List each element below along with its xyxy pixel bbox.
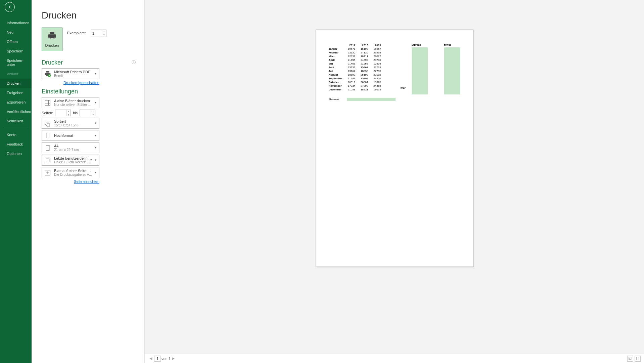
summe-col-highlight (412, 47, 428, 94)
print-what-sub: Nur die aktiven Blätter druc... (54, 103, 93, 107)
scaling-dropdown[interactable]: Blatt auf einer Seite darstellen Die Dru… (42, 167, 99, 178)
mwst-col-highlight (444, 47, 460, 94)
spin-up-icon[interactable]: ▲ (91, 110, 95, 113)
page-from-input[interactable] (55, 110, 66, 116)
collate-sub: 1;2;3 1;2;3 1;2;3 (54, 123, 93, 127)
preview-table: 201720182019Januar195711619016657Februar… (326, 43, 384, 91)
orientation-title: Hochformat (54, 133, 93, 137)
page-of-label: von 1 (162, 357, 171, 361)
spin-down-icon[interactable]: ▼ (91, 113, 95, 117)
sidebar-item-feedback[interactable]: Feedback (0, 139, 32, 149)
printer-properties-link[interactable]: Druckereigenschaften (42, 81, 99, 85)
scaling-title: Blatt auf einer Seite darstellen (54, 169, 93, 173)
pages-to-label: bis (73, 111, 78, 115)
show-margins-button[interactable] (627, 356, 633, 362)
chevron-down-icon: ▼ (94, 134, 97, 137)
chevron-down-icon: ▼ (94, 171, 97, 174)
paper-sub: 21 cm x 29,7 cm (54, 148, 93, 152)
spin-down-icon[interactable]: ▼ (66, 113, 71, 117)
portrait-icon (44, 132, 51, 139)
copies-label: Exemplare: (67, 31, 86, 35)
svg-rect-15 (630, 358, 631, 359)
sidebar-item-options[interactable]: Optionen (0, 149, 32, 158)
chevron-down-icon: ▼ (94, 146, 97, 149)
spin-up-icon[interactable]: ▲ (102, 30, 106, 33)
sidebar-item-new[interactable]: Neu (0, 28, 32, 37)
svg-rect-9 (46, 133, 49, 138)
chevron-down-icon: ▼ (94, 122, 97, 125)
printer-status: Bereit (54, 74, 93, 78)
paper-icon (44, 144, 51, 152)
svg-rect-1 (45, 100, 50, 105)
margins-icon (44, 157, 51, 164)
margins-title: Letzte benutzerdefinierte Sei... (54, 156, 93, 160)
page-to-input[interactable] (80, 110, 91, 116)
collate-icon (44, 120, 51, 127)
orientation-dropdown[interactable]: Hochformat ▼ (42, 130, 99, 141)
print-what-title: Aktive Blätter drucken (54, 99, 93, 103)
printer-dropdown[interactable]: Microsoft Print to PDF Bereit ▼ (42, 68, 99, 79)
zoom-to-page-button[interactable] (635, 356, 641, 362)
copies-input[interactable] (91, 30, 102, 37)
spin-down-icon[interactable]: ▼ (102, 33, 106, 37)
printer-heading: Drucker (42, 59, 63, 66)
sidebar-item-open[interactable]: Öffnen (0, 37, 32, 46)
margins-sub: Links: 1,8 cm Rechts: 1,8 cm (54, 160, 93, 164)
divider (4, 128, 28, 128)
settings-heading: Einstellungen (42, 88, 136, 95)
summe-row-label: Summe (329, 98, 339, 101)
print-button-label: Drucken (45, 43, 59, 47)
mwst-col-label: Mwst (444, 43, 451, 46)
page-number-input[interactable] (154, 356, 161, 362)
chevron-down-icon: ▼ (94, 159, 97, 162)
summe-col-label: Summe (412, 43, 421, 46)
paper-title: A4 (54, 144, 93, 148)
copies-spinner[interactable]: ▲ ▼ (91, 30, 106, 37)
scaling-sub: Die Druckausgabe so verklei... (54, 173, 93, 176)
collate-title: Sortiert (54, 119, 93, 123)
page-title: Drucken (42, 10, 136, 21)
page-from-spinner[interactable]: ▲▼ (55, 110, 71, 116)
svg-rect-16 (637, 357, 639, 360)
sidebar-item-print[interactable]: Drucken (0, 79, 32, 88)
collate-dropdown[interactable]: Sortiert 1;2;3 1;2;3 1;2;3 ▼ (42, 118, 99, 129)
sidebar-item-export[interactable]: Exportieren (0, 97, 32, 107)
chevron-down-icon: ▼ (94, 72, 97, 75)
print-button[interactable]: Drucken (42, 28, 62, 51)
sidebar-item-save[interactable]: Speichern (0, 46, 32, 56)
sidebar-item-info[interactable]: Informationen (0, 18, 32, 28)
sidebar-item-account[interactable]: Konto (0, 130, 32, 139)
chevron-down-icon: ▼ (94, 101, 97, 104)
scaling-icon (44, 169, 51, 176)
sidebar-item-saveas[interactable]: Speichern unter (0, 56, 32, 69)
page-setup-link[interactable]: Seite einrichten (42, 179, 99, 184)
next-page-button[interactable]: ▶ (171, 356, 176, 361)
svg-rect-14 (629, 357, 632, 360)
sheets-icon (44, 99, 51, 107)
margins-dropdown[interactable]: Letzte benutzerdefinierte Sei... Links: … (42, 155, 99, 166)
spin-up-icon[interactable]: ▲ (66, 110, 71, 113)
print-settings-column: Drucken Drucken Exemplare: ▲ ▼ Drucker i (42, 10, 136, 186)
sidebar-item-publish[interactable]: Veröffentlichen (0, 107, 32, 116)
preview-footer: ◀ von 1 ▶ (145, 354, 644, 363)
sidebar-item-close[interactable]: Schließen (0, 116, 32, 126)
paper-dropdown[interactable]: A4 21 cm x 29,7 cm ▼ (42, 142, 99, 153)
nv-value: #NV (401, 86, 406, 89)
svg-rect-10 (46, 145, 49, 150)
printer-name: Microsoft Print to PDF (54, 70, 93, 74)
prev-page-button[interactable]: ◀ (148, 356, 153, 361)
print-preview-area: 201720182019Januar195711619016657Februar… (145, 0, 644, 354)
pages-label: Seiten: (42, 111, 53, 115)
sidebar-item-share[interactable]: Freigeben (0, 88, 32, 97)
preview-page: 201720182019Januar195711619016657Februar… (316, 30, 473, 267)
backstage-sidebar: Informationen Neu Öffnen Speichern Speic… (0, 0, 32, 363)
print-what-dropdown[interactable]: Aktive Blätter drucken Nur die aktiven B… (42, 97, 99, 108)
info-icon[interactable]: i (132, 60, 136, 64)
sidebar-item-history: Verlauf (0, 69, 32, 79)
svg-rect-12 (46, 159, 49, 162)
summe-row-highlight (347, 98, 396, 101)
back-button[interactable] (5, 2, 15, 12)
printer-ready-icon (44, 70, 51, 78)
printer-icon (47, 31, 57, 42)
page-to-spinner[interactable]: ▲▼ (80, 110, 95, 116)
